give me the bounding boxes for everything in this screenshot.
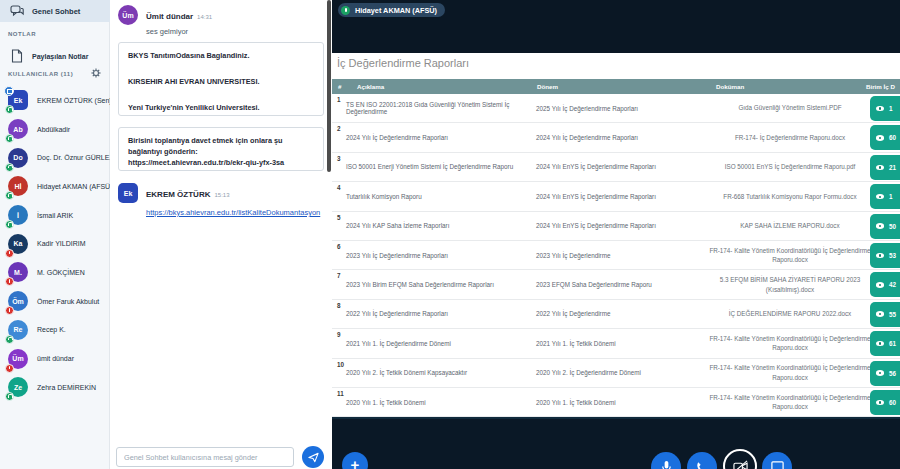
- view-document-button[interactable]: 1: [870, 96, 900, 121]
- view-document-button[interactable]: 56: [870, 361, 900, 386]
- sidebar-item-label: Genel Sohbet: [32, 7, 80, 16]
- table-row[interactable]: 112020 Yılı 1. İç Tetkik Dönemi2020 Yılı…: [332, 388, 900, 417]
- table-row[interactable]: 82022 Yılı İç Değerlendirme Raporları202…: [332, 300, 900, 329]
- send-message-button[interactable]: [302, 446, 324, 468]
- user-name: Kadir YILDIRIM: [37, 240, 86, 247]
- headphones-badge-icon: [5, 163, 14, 172]
- eye-icon: [876, 106, 884, 112]
- user-list-item[interactable]: Ümümit dündar: [0, 344, 110, 373]
- user-name: Zehra DEMİREKİN: [37, 384, 96, 391]
- user-list-item[interactable]: M.M. GÖKÇİMEN: [0, 258, 110, 287]
- view-count: 60: [889, 134, 896, 141]
- view-document-button[interactable]: 60: [870, 390, 900, 415]
- eye-icon: [876, 253, 884, 259]
- presenter-name-pill: Hidayet AKMAN (AFSÜ): [338, 3, 445, 17]
- avatar: Üm: [8, 349, 28, 369]
- cell-donem: 2025 Yılı İç Değerlendirme Raporları: [536, 94, 701, 122]
- invite-text: Birisini toplantıya davet etmek için onl…: [128, 135, 314, 157]
- headphones-badge-icon: [5, 105, 14, 114]
- row-number: 1: [337, 96, 341, 103]
- table-row[interactable]: 1TS EN ISO 22001:2018 Gıda Güvenliği Yön…: [332, 94, 900, 123]
- eye-icon: [876, 400, 884, 406]
- view-count: 53: [889, 252, 896, 259]
- headphones-badge-icon: [5, 191, 14, 200]
- cell-donem: 2023 Yılı İç Değerlendirme: [536, 241, 701, 269]
- user-list-item[interactable]: ÖmÖmer Faruk Akbulut: [0, 287, 110, 316]
- table-row[interactable]: 92021 Yılı 1. İç Değerlendirme Dönemi202…: [332, 329, 900, 358]
- view-document-button[interactable]: 53: [870, 243, 900, 268]
- chat-scrollbar-thumb[interactable]: [327, 0, 331, 172]
- cell-aciklama: 2024 Yılı KAP Saha İzleme Raporları: [346, 212, 532, 240]
- user-list-item[interactable]: EkEKREM ÖZTÜRK (Sen): [0, 86, 110, 115]
- chat-message: Üm Ümit dündar14:31 ses gelmiyor: [118, 5, 212, 36]
- public-chat-panel: Üm Ümit dündar14:31 ses gelmiyor BKYS Ta…: [110, 0, 332, 469]
- user-name: Ömer Faruk Akbulut: [37, 298, 99, 305]
- user-list-item[interactable]: HİHidayet AKMAN (AFSÜ): [0, 172, 110, 201]
- avatar: Üm: [118, 5, 138, 25]
- cell-donem: 2020 Yılı 2. İç Değerlendirme Dönemi: [536, 359, 701, 387]
- view-document-button[interactable]: 50: [870, 214, 900, 239]
- table-body: 1TS EN ISO 22001:2018 Gıda Güvenliği Yön…: [332, 94, 900, 417]
- column-header: Dönem: [537, 83, 558, 90]
- sidebar-item-public-chat[interactable]: Genel Sohbet: [0, 0, 110, 22]
- gear-icon[interactable]: [91, 68, 101, 78]
- user-name: İsmail ARIK: [37, 212, 73, 219]
- row-number: 11: [337, 390, 344, 397]
- view-document-button[interactable]: 55: [870, 302, 900, 327]
- avatar: Ze: [8, 377, 28, 397]
- cell-donem: 2021 Yılı 1. İç Tetkik Dönemi: [536, 329, 701, 357]
- row-number: 10: [337, 361, 344, 368]
- row-number: 8: [337, 302, 341, 309]
- view-count: 1: [889, 105, 893, 112]
- bottom-bar: [332, 417, 900, 469]
- message-time: 14:31: [197, 14, 212, 20]
- sidebar: Genel Sohbet NOTLAR Paylaşılan Notlar KU…: [0, 0, 110, 469]
- welcome-line: Yeni Turkiye'nin Yenilikci Universitesi.: [128, 103, 314, 112]
- muted-mic-badge-icon: [5, 249, 14, 258]
- message-link[interactable]: https://bkys.ahievran.edu.tr/listKaliteD…: [146, 208, 320, 217]
- user-name: EKREM ÖZTÜRK (Sen): [37, 97, 112, 104]
- welcome-line: KIRSEHIR AHI EVRAN UNIVERSITESI.: [128, 77, 314, 86]
- table-row[interactable]: 22024 Yılı İç Değerlendirme Raporları202…: [332, 123, 900, 152]
- table-row[interactable]: 4Tutarlılık Komisyon Raporu2024 Yılı EnY…: [332, 182, 900, 211]
- eye-icon: [876, 135, 884, 141]
- chat-message-input[interactable]: [116, 447, 294, 467]
- users-section-header: KULLANICILAR (11): [8, 71, 73, 77]
- cell-aciklama: 2022 Yılı İç Değerlendirme Raporları: [346, 300, 532, 328]
- eye-icon: [876, 311, 884, 317]
- view-document-button[interactable]: 1: [870, 184, 900, 209]
- column-header: Doküman: [716, 83, 744, 90]
- notes-section-header: NOTLAR: [8, 31, 36, 37]
- table-row[interactable]: 72023 Yılı Birim EFQM Saha Değerlendirme…: [332, 270, 900, 299]
- table-row[interactable]: 3ISO 50001 Enerji Yönetim Sistemi İç Değ…: [332, 153, 900, 182]
- user-list-item[interactable]: DoDoç. Dr. Öznur GÜRLE...: [0, 143, 110, 172]
- column-header: Açıklama: [357, 83, 384, 90]
- chat-bubbles-icon: [10, 5, 24, 17]
- welcome-message-box: BKYS TanıtımOdasına Baglandiniz. KIRSEHI…: [118, 42, 324, 116]
- view-document-button[interactable]: 42: [870, 272, 900, 297]
- user-list-item[interactable]: ZeZehra DEMİREKİN: [0, 373, 110, 402]
- user-name: ümit dündar: [37, 355, 74, 362]
- headphones-badge-icon: [5, 392, 14, 401]
- view-count: 55: [889, 311, 896, 318]
- user-list-item[interactable]: ReRecep K.: [0, 316, 110, 345]
- table-row[interactable]: 102020 Yılı 2. İç Tetkik Dönemi Kapsayac…: [332, 359, 900, 388]
- user-list-item[interactable]: KaKadir YILDIRIM: [0, 229, 110, 258]
- cell-aciklama: ISO 50001 Enerji Yönetim Sistemi İç Değe…: [346, 153, 532, 181]
- invite-link[interactable]: https://meet.ahievran.edu.tr/b/ekr-qiu-y…: [128, 157, 314, 168]
- user-list-item[interactable]: AbAbdülkadir: [0, 115, 110, 144]
- sidebar-item-shared-notes[interactable]: Paylaşılan Notlar: [0, 46, 110, 66]
- view-document-button[interactable]: 21: [870, 155, 900, 180]
- avatar: İ: [8, 205, 28, 225]
- chat-scrollbar[interactable]: [326, 0, 331, 469]
- cell-donem: 2022 Yılı İç Değerlendirme: [536, 300, 701, 328]
- table-row[interactable]: 62023 Yılı İç Değerlendirme Raporları202…: [332, 241, 900, 270]
- phone-icon: [695, 460, 710, 469]
- headphones-badge-icon: [5, 134, 14, 143]
- user-list-item[interactable]: İİsmail ARIK: [0, 201, 110, 230]
- headphones-badge-icon: [5, 220, 14, 229]
- cell-dokuman: FR-174- Kalite Yönetim Koordinatörlüğü İ…: [704, 359, 876, 387]
- view-document-button[interactable]: 61: [870, 331, 900, 356]
- view-document-button[interactable]: 60: [870, 125, 900, 150]
- table-row[interactable]: 52024 Yılı KAP Saha İzleme Raporları2024…: [332, 212, 900, 241]
